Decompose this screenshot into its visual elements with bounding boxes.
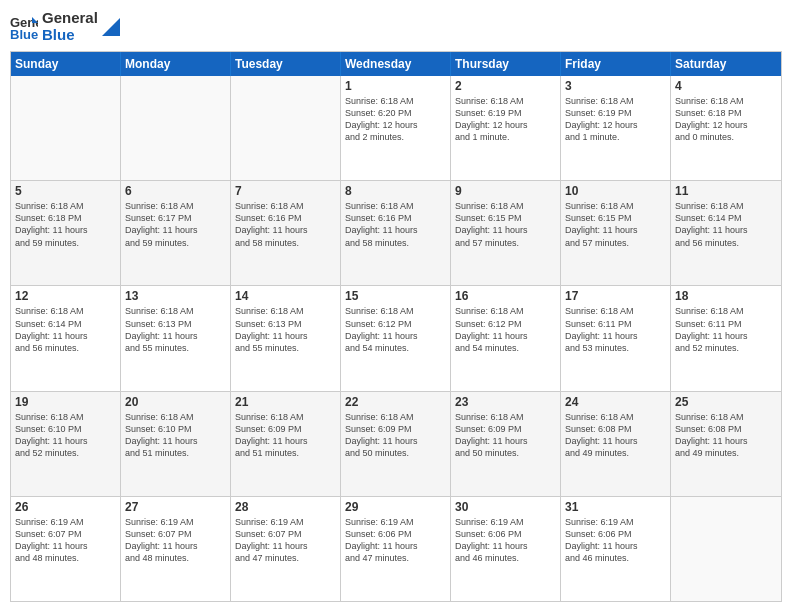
day-info: Sunrise: 6:18 AMSunset: 6:16 PMDaylight:… [235,200,336,249]
day-info: Sunrise: 6:18 AMSunset: 6:10 PMDaylight:… [125,411,226,460]
header-cell-friday: Friday [561,52,671,76]
calendar-day-17: 17Sunrise: 6:18 AMSunset: 6:11 PMDayligh… [561,286,671,390]
day-number: 31 [565,500,666,514]
logo-blue: Blue [42,27,98,44]
header: General Blue General Blue [10,10,782,43]
calendar-day-11: 11Sunrise: 6:18 AMSunset: 6:14 PMDayligh… [671,181,781,285]
calendar-empty-cell [121,76,231,180]
calendar-week-1: 1Sunrise: 6:18 AMSunset: 6:20 PMDaylight… [11,76,781,181]
calendar-empty-cell [231,76,341,180]
day-info: Sunrise: 6:18 AMSunset: 6:14 PMDaylight:… [15,305,116,354]
header-cell-sunday: Sunday [11,52,121,76]
day-info: Sunrise: 6:18 AMSunset: 6:11 PMDaylight:… [675,305,777,354]
logo-general: General [42,10,98,27]
day-number: 28 [235,500,336,514]
day-info: Sunrise: 6:18 AMSunset: 6:20 PMDaylight:… [345,95,446,144]
day-number: 2 [455,79,556,93]
day-info: Sunrise: 6:18 AMSunset: 6:12 PMDaylight:… [455,305,556,354]
calendar-day-26: 26Sunrise: 6:19 AMSunset: 6:07 PMDayligh… [11,497,121,601]
calendar-week-3: 12Sunrise: 6:18 AMSunset: 6:14 PMDayligh… [11,286,781,391]
day-number: 13 [125,289,226,303]
day-info: Sunrise: 6:18 AMSunset: 6:11 PMDaylight:… [565,305,666,354]
logo-icon: General Blue [10,13,38,41]
day-number: 26 [15,500,116,514]
day-info: Sunrise: 6:18 AMSunset: 6:16 PMDaylight:… [345,200,446,249]
calendar-day-28: 28Sunrise: 6:19 AMSunset: 6:07 PMDayligh… [231,497,341,601]
day-info: Sunrise: 6:19 AMSunset: 6:06 PMDaylight:… [455,516,556,565]
day-number: 8 [345,184,446,198]
calendar-day-12: 12Sunrise: 6:18 AMSunset: 6:14 PMDayligh… [11,286,121,390]
calendar-day-20: 20Sunrise: 6:18 AMSunset: 6:10 PMDayligh… [121,392,231,496]
calendar-day-1: 1Sunrise: 6:18 AMSunset: 6:20 PMDaylight… [341,76,451,180]
day-number: 10 [565,184,666,198]
calendar-day-2: 2Sunrise: 6:18 AMSunset: 6:19 PMDaylight… [451,76,561,180]
calendar-day-22: 22Sunrise: 6:18 AMSunset: 6:09 PMDayligh… [341,392,451,496]
day-number: 14 [235,289,336,303]
day-info: Sunrise: 6:18 AMSunset: 6:19 PMDaylight:… [455,95,556,144]
logo: General Blue General Blue [10,10,120,43]
header-cell-thursday: Thursday [451,52,561,76]
day-number: 21 [235,395,336,409]
day-info: Sunrise: 6:18 AMSunset: 6:17 PMDaylight:… [125,200,226,249]
day-number: 12 [15,289,116,303]
calendar-day-29: 29Sunrise: 6:19 AMSunset: 6:06 PMDayligh… [341,497,451,601]
day-info: Sunrise: 6:18 AMSunset: 6:08 PMDaylight:… [675,411,777,460]
header-cell-monday: Monday [121,52,231,76]
calendar-day-5: 5Sunrise: 6:18 AMSunset: 6:18 PMDaylight… [11,181,121,285]
calendar-day-3: 3Sunrise: 6:18 AMSunset: 6:19 PMDaylight… [561,76,671,180]
calendar-day-19: 19Sunrise: 6:18 AMSunset: 6:10 PMDayligh… [11,392,121,496]
day-number: 27 [125,500,226,514]
calendar-day-8: 8Sunrise: 6:18 AMSunset: 6:16 PMDaylight… [341,181,451,285]
day-info: Sunrise: 6:18 AMSunset: 6:09 PMDaylight:… [455,411,556,460]
day-number: 16 [455,289,556,303]
day-number: 23 [455,395,556,409]
day-info: Sunrise: 6:19 AMSunset: 6:07 PMDaylight:… [235,516,336,565]
day-info: Sunrise: 6:18 AMSunset: 6:09 PMDaylight:… [235,411,336,460]
day-number: 7 [235,184,336,198]
calendar-day-10: 10Sunrise: 6:18 AMSunset: 6:15 PMDayligh… [561,181,671,285]
calendar-day-23: 23Sunrise: 6:18 AMSunset: 6:09 PMDayligh… [451,392,561,496]
calendar-body: 1Sunrise: 6:18 AMSunset: 6:20 PMDaylight… [11,76,781,601]
day-info: Sunrise: 6:18 AMSunset: 6:13 PMDaylight:… [235,305,336,354]
day-number: 9 [455,184,556,198]
day-number: 4 [675,79,777,93]
calendar-day-6: 6Sunrise: 6:18 AMSunset: 6:17 PMDaylight… [121,181,231,285]
day-number: 6 [125,184,226,198]
day-number: 20 [125,395,226,409]
day-number: 22 [345,395,446,409]
header-cell-saturday: Saturday [671,52,781,76]
day-info: Sunrise: 6:18 AMSunset: 6:09 PMDaylight:… [345,411,446,460]
day-info: Sunrise: 6:19 AMSunset: 6:06 PMDaylight:… [565,516,666,565]
day-info: Sunrise: 6:19 AMSunset: 6:06 PMDaylight:… [345,516,446,565]
calendar-day-25: 25Sunrise: 6:18 AMSunset: 6:08 PMDayligh… [671,392,781,496]
day-number: 5 [15,184,116,198]
calendar-day-7: 7Sunrise: 6:18 AMSunset: 6:16 PMDaylight… [231,181,341,285]
day-info: Sunrise: 6:18 AMSunset: 6:19 PMDaylight:… [565,95,666,144]
day-number: 25 [675,395,777,409]
calendar-week-5: 26Sunrise: 6:19 AMSunset: 6:07 PMDayligh… [11,497,781,601]
calendar-week-4: 19Sunrise: 6:18 AMSunset: 6:10 PMDayligh… [11,392,781,497]
day-number: 17 [565,289,666,303]
day-info: Sunrise: 6:18 AMSunset: 6:15 PMDaylight:… [565,200,666,249]
day-number: 15 [345,289,446,303]
page: General Blue General Blue SundayMondayTu… [0,0,792,612]
calendar-day-4: 4Sunrise: 6:18 AMSunset: 6:18 PMDaylight… [671,76,781,180]
svg-text:Blue: Blue [10,27,38,41]
calendar-day-24: 24Sunrise: 6:18 AMSunset: 6:08 PMDayligh… [561,392,671,496]
day-info: Sunrise: 6:19 AMSunset: 6:07 PMDaylight:… [125,516,226,565]
calendar-day-27: 27Sunrise: 6:19 AMSunset: 6:07 PMDayligh… [121,497,231,601]
calendar-day-18: 18Sunrise: 6:18 AMSunset: 6:11 PMDayligh… [671,286,781,390]
calendar-day-14: 14Sunrise: 6:18 AMSunset: 6:13 PMDayligh… [231,286,341,390]
svg-marker-3 [102,18,120,36]
calendar-day-9: 9Sunrise: 6:18 AMSunset: 6:15 PMDaylight… [451,181,561,285]
header-cell-wednesday: Wednesday [341,52,451,76]
logo-triangle-icon [102,18,120,36]
calendar-day-13: 13Sunrise: 6:18 AMSunset: 6:13 PMDayligh… [121,286,231,390]
calendar-week-2: 5Sunrise: 6:18 AMSunset: 6:18 PMDaylight… [11,181,781,286]
day-info: Sunrise: 6:18 AMSunset: 6:14 PMDaylight:… [675,200,777,249]
calendar-day-30: 30Sunrise: 6:19 AMSunset: 6:06 PMDayligh… [451,497,561,601]
day-number: 19 [15,395,116,409]
calendar-day-31: 31Sunrise: 6:19 AMSunset: 6:06 PMDayligh… [561,497,671,601]
day-number: 18 [675,289,777,303]
calendar-day-15: 15Sunrise: 6:18 AMSunset: 6:12 PMDayligh… [341,286,451,390]
